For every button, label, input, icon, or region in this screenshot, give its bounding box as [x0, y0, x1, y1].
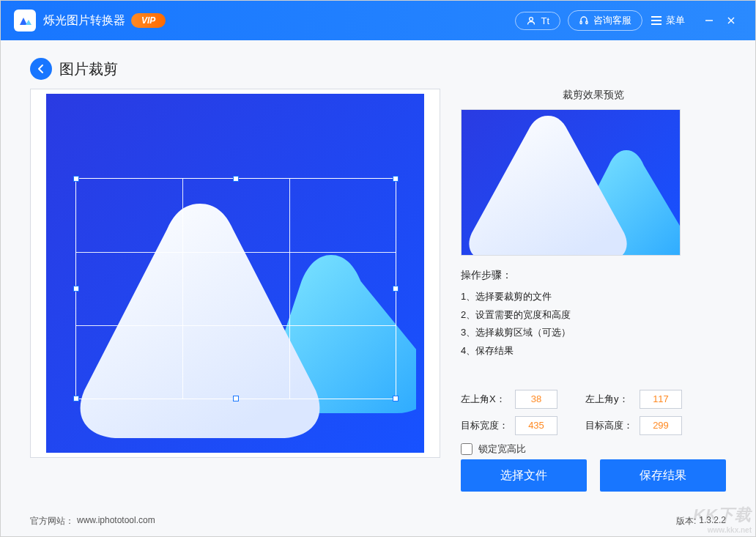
page-title: 图片裁剪 — [59, 59, 118, 79]
svg-rect-1 — [580, 21, 582, 24]
crop-handle-ml[interactable] — [73, 286, 79, 292]
preview-title: 裁剪效果预览 — [461, 89, 726, 102]
menu-button[interactable]: 菜单 — [651, 14, 685, 27]
steps-title: 操作步骤： — [461, 269, 726, 282]
crop-handle-mr[interactable] — [393, 286, 399, 292]
back-button[interactable] — [30, 58, 52, 80]
steps-list: 1、选择要裁剪的文件 2、设置需要的宽度和高度 3、选择裁剪区域（可选） 4、保… — [461, 288, 726, 360]
lock-aspect-checkbox[interactable] — [461, 443, 472, 455]
titlebar: 烁光图片转换器 VIP Tt 咨询客服 菜单 — [1, 1, 755, 40]
left-x-input[interactable] — [515, 390, 557, 409]
site-url[interactable]: www.iphototool.com — [77, 515, 155, 527]
headset-icon — [579, 15, 589, 26]
site-label: 官方网站： — [30, 515, 74, 527]
step-item: 3、选择裁剪区域（可选） — [461, 324, 726, 342]
left-x-label: 左上角X： — [461, 393, 509, 406]
step-item: 1、选择要裁剪的文件 — [461, 288, 726, 306]
target-height-input[interactable] — [640, 416, 682, 435]
crop-handle-bm[interactable] — [233, 396, 239, 401]
crop-handle-tl[interactable] — [73, 176, 79, 182]
target-height-label: 目标高度： — [585, 419, 634, 432]
preview-box — [461, 109, 681, 256]
choose-file-button[interactable]: 选择文件 — [461, 459, 587, 492]
app-logo — [14, 10, 36, 32]
crop-canvas[interactable] — [30, 89, 440, 458]
crop-handle-tr[interactable] — [393, 176, 399, 182]
crop-handle-br[interactable] — [393, 396, 399, 401]
left-y-label: 左上角y： — [585, 393, 634, 406]
target-width-label: 目标宽度： — [461, 419, 509, 432]
footer: 官方网站： www.iphototool.com 版本: 1.3.2.2 — [1, 506, 755, 536]
cs-label: 咨询客服 — [593, 14, 631, 27]
crop-handle-tm[interactable] — [233, 176, 239, 182]
version-value: 1.3.2.2 — [699, 515, 726, 527]
minimize-button[interactable] — [698, 10, 720, 32]
target-width-input[interactable] — [515, 416, 557, 435]
svg-point-0 — [530, 18, 533, 21]
arrow-left-icon — [36, 64, 46, 74]
customer-service-pill[interactable]: 咨询客服 — [568, 10, 642, 31]
close-button[interactable] — [720, 10, 742, 32]
lock-aspect-label: 锁定宽高比 — [478, 442, 526, 456]
left-y-input[interactable] — [640, 390, 682, 409]
user-pill[interactable]: Tt — [515, 12, 560, 30]
user-icon — [526, 15, 536, 26]
crop-handle-bl[interactable] — [73, 396, 79, 401]
step-item: 2、设置需要的宽度和高度 — [461, 306, 726, 325]
app-title: 烁光图片转换器 — [43, 13, 125, 29]
step-item: 4、保存结果 — [461, 342, 726, 360]
user-label: Tt — [541, 15, 549, 26]
menu-icon — [651, 20, 662, 21]
version-label: 版本: — [676, 515, 696, 527]
crop-selection[interactable] — [75, 178, 396, 399]
vip-badge[interactable]: VIP — [131, 13, 166, 28]
save-result-button[interactable]: 保存结果 — [600, 459, 726, 492]
source-image — [46, 94, 424, 453]
svg-rect-2 — [586, 21, 588, 24]
